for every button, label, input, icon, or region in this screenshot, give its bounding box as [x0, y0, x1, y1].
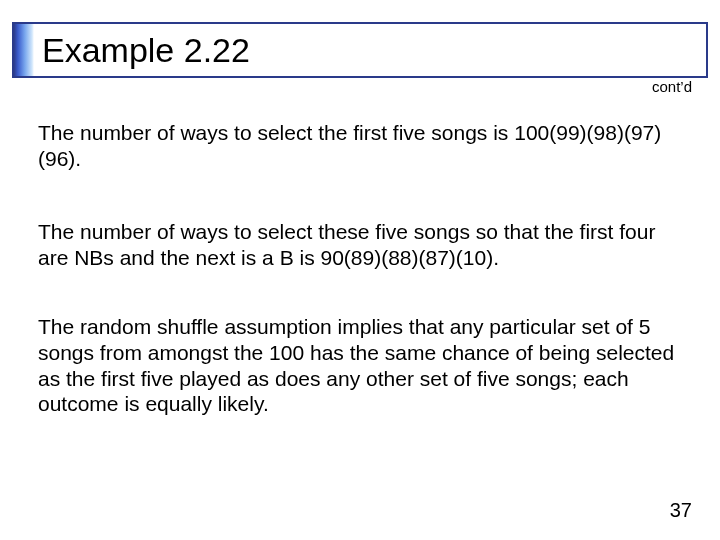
slide-title: Example 2.22 — [14, 31, 250, 70]
paragraph-1: The number of ways to select the first f… — [38, 120, 682, 171]
slide-content: The number of ways to select the first f… — [0, 120, 720, 417]
page-number: 37 — [670, 499, 692, 522]
paragraph-3: The random shuffle assumption implies th… — [38, 314, 682, 416]
title-bar: Example 2.22 — [12, 22, 708, 78]
continued-label: cont’d — [652, 78, 692, 95]
paragraph-2: The number of ways to select these five … — [38, 219, 682, 270]
